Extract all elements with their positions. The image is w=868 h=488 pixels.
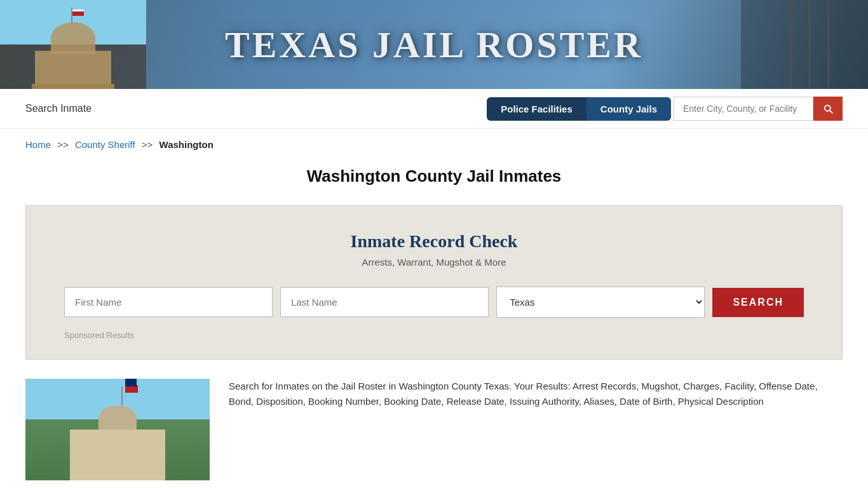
nav-buttons: Police Facilities County Jails xyxy=(487,97,671,121)
banner-title: Texas Jail Roster xyxy=(225,24,643,66)
facility-search-button[interactable] xyxy=(813,97,843,121)
record-check-title: Inmate Record Check xyxy=(64,231,804,252)
building-image xyxy=(25,379,210,480)
first-name-input[interactable] xyxy=(64,287,273,317)
breadcrumb-home-link[interactable]: Home xyxy=(25,139,51,150)
facility-search-input[interactable] xyxy=(674,97,813,121)
bottom-description-text: Search for Inmates on the Jail Roster in… xyxy=(229,379,843,409)
nav-bar: Search Inmate Police Facilities County J… xyxy=(0,89,868,129)
record-check-form: AlabamaAlaskaArizonaArkansasCaliforniaCo… xyxy=(64,287,804,318)
nav-search-inmate-label: Search Inmate xyxy=(25,103,487,114)
breadcrumb-county-sheriff-link[interactable]: County Sheriff xyxy=(75,139,135,150)
breadcrumb-current: Washington xyxy=(159,139,214,150)
building-shape xyxy=(70,430,165,480)
facility-search-wrap xyxy=(674,97,843,121)
page-title: Washington County Jail Inmates xyxy=(0,166,868,186)
state-select[interactable]: AlabamaAlaskaArizonaArkansasCaliforniaCo… xyxy=(496,287,705,318)
county-jails-button[interactable]: County Jails xyxy=(587,97,671,121)
building-image-inner xyxy=(25,379,210,480)
last-name-input[interactable] xyxy=(280,287,489,317)
bottom-section: Search for Inmates on the Jail Roster in… xyxy=(0,360,868,488)
sponsored-results-label: Sponsored Results xyxy=(64,330,804,340)
breadcrumb-sep-1: >> xyxy=(57,139,69,150)
record-check-subtitle: Arrests, Warrant, Mugshot & More xyxy=(64,257,804,268)
capitol-image xyxy=(0,0,146,89)
record-check-box: Inmate Record Check Arrests, Warrant, Mu… xyxy=(25,205,843,360)
texas-flag xyxy=(125,379,137,386)
header-banner: Texas Jail Roster xyxy=(0,0,868,89)
breadcrumb-sep-2: >> xyxy=(142,139,153,150)
police-facilities-button[interactable]: Police Facilities xyxy=(487,97,587,121)
keys-image xyxy=(741,0,868,89)
flag-pole xyxy=(121,386,123,405)
record-search-button[interactable]: SEARCH xyxy=(712,288,804,317)
search-icon xyxy=(822,103,834,114)
building-dome xyxy=(98,405,137,431)
breadcrumb: Home >> County Sheriff >> Washington xyxy=(0,129,868,155)
